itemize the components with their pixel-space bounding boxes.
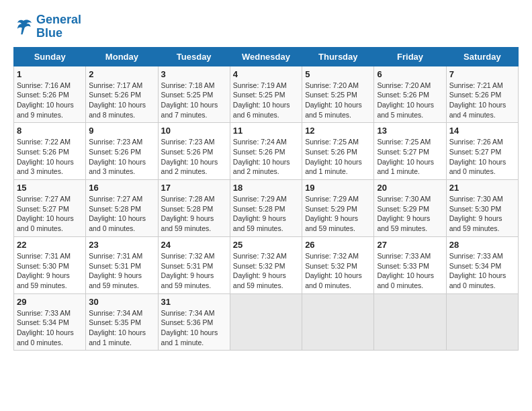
calendar-cell: 25 Sunrise: 7:32 AM Sunset: 5:32 PM Dayl… bbox=[230, 236, 302, 293]
day-info: Sunrise: 7:30 AM Sunset: 5:29 PM Dayligh… bbox=[377, 194, 443, 234]
calendar-week-1: 1 Sunrise: 7:16 AM Sunset: 5:26 PM Dayli… bbox=[14, 66, 519, 123]
calendar-cell bbox=[302, 293, 374, 351]
day-number: 27 bbox=[377, 240, 443, 250]
day-info: Sunrise: 7:31 AM Sunset: 5:31 PM Dayligh… bbox=[89, 251, 154, 291]
day-info: Sunrise: 7:16 AM Sunset: 5:26 PM Dayligh… bbox=[17, 81, 83, 120]
day-info: Sunrise: 7:33 AM Sunset: 5:34 PM Dayligh… bbox=[17, 308, 83, 348]
day-info: Sunrise: 7:29 AM Sunset: 5:29 PM Dayligh… bbox=[305, 194, 371, 234]
calendar-week-3: 15 Sunrise: 7:27 AM Sunset: 5:27 PM Dayl… bbox=[14, 180, 519, 237]
calendar-cell: 28 Sunrise: 7:33 AM Sunset: 5:34 PM Dayl… bbox=[446, 236, 518, 293]
day-info: Sunrise: 7:25 AM Sunset: 5:27 PM Dayligh… bbox=[377, 137, 443, 177]
day-number: 24 bbox=[161, 240, 227, 250]
day-number: 31 bbox=[161, 297, 227, 307]
calendar-cell: 3 Sunrise: 7:18 AM Sunset: 5:25 PM Dayli… bbox=[158, 66, 230, 123]
day-number: 21 bbox=[449, 183, 515, 193]
calendar-week-4: 22 Sunrise: 7:31 AM Sunset: 5:30 PM Dayl… bbox=[14, 236, 519, 293]
day-number: 25 bbox=[233, 240, 299, 250]
day-number: 19 bbox=[305, 183, 371, 193]
day-info: Sunrise: 7:30 AM Sunset: 5:30 PM Dayligh… bbox=[449, 194, 515, 234]
calendar-body: 1 Sunrise: 7:16 AM Sunset: 5:26 PM Dayli… bbox=[14, 66, 519, 351]
day-number: 30 bbox=[89, 297, 154, 307]
day-number: 28 bbox=[449, 240, 515, 250]
day-info: Sunrise: 7:29 AM Sunset: 5:28 PM Dayligh… bbox=[233, 194, 299, 234]
calendar-cell: 16 Sunrise: 7:27 AM Sunset: 5:28 PM Dayl… bbox=[86, 180, 158, 237]
day-info: Sunrise: 7:18 AM Sunset: 5:25 PM Dayligh… bbox=[161, 81, 227, 120]
day-info: Sunrise: 7:34 AM Sunset: 5:35 PM Dayligh… bbox=[89, 308, 154, 348]
day-number: 15 bbox=[17, 183, 83, 193]
day-number: 23 bbox=[89, 240, 154, 250]
day-number: 22 bbox=[17, 240, 83, 250]
calendar-week-2: 8 Sunrise: 7:22 AM Sunset: 5:26 PM Dayli… bbox=[14, 123, 519, 180]
day-info: Sunrise: 7:17 AM Sunset: 5:26 PM Dayligh… bbox=[89, 81, 154, 120]
day-info: Sunrise: 7:33 AM Sunset: 5:34 PM Dayligh… bbox=[449, 251, 515, 291]
calendar-cell: 10 Sunrise: 7:23 AM Sunset: 5:26 PM Dayl… bbox=[158, 123, 230, 180]
calendar-cell: 9 Sunrise: 7:23 AM Sunset: 5:26 PM Dayli… bbox=[86, 123, 158, 180]
calendar-cell: 21 Sunrise: 7:30 AM Sunset: 5:30 PM Dayl… bbox=[446, 180, 518, 237]
calendar-cell: 27 Sunrise: 7:33 AM Sunset: 5:33 PM Dayl… bbox=[374, 236, 446, 293]
logo: General Blue bbox=[13, 13, 81, 40]
day-info: Sunrise: 7:33 AM Sunset: 5:33 PM Dayligh… bbox=[377, 251, 443, 291]
day-info: Sunrise: 7:25 AM Sunset: 5:26 PM Dayligh… bbox=[305, 137, 371, 177]
day-number: 12 bbox=[305, 126, 371, 136]
weekday-header-row: SundayMondayTuesdayWednesdayThursdayFrid… bbox=[14, 47, 519, 66]
day-number: 10 bbox=[161, 126, 227, 136]
calendar-cell: 24 Sunrise: 7:32 AM Sunset: 5:31 PM Dayl… bbox=[158, 236, 230, 293]
page-header: General Blue bbox=[13, 13, 519, 40]
day-number: 26 bbox=[305, 240, 371, 250]
weekday-header-tuesday: Tuesday bbox=[158, 47, 230, 66]
day-number: 6 bbox=[377, 69, 443, 79]
calendar-cell: 17 Sunrise: 7:28 AM Sunset: 5:28 PM Dayl… bbox=[158, 180, 230, 237]
day-number: 14 bbox=[449, 126, 515, 136]
calendar-cell: 31 Sunrise: 7:34 AM Sunset: 5:36 PM Dayl… bbox=[158, 293, 230, 351]
weekday-header-sunday: Sunday bbox=[14, 47, 86, 66]
day-info: Sunrise: 7:27 AM Sunset: 5:27 PM Dayligh… bbox=[17, 194, 83, 234]
calendar-cell: 29 Sunrise: 7:33 AM Sunset: 5:34 PM Dayl… bbox=[14, 293, 86, 351]
calendar-cell: 15 Sunrise: 7:27 AM Sunset: 5:27 PM Dayl… bbox=[14, 180, 86, 237]
calendar-cell: 14 Sunrise: 7:26 AM Sunset: 5:27 PM Dayl… bbox=[446, 123, 518, 180]
calendar-cell: 4 Sunrise: 7:19 AM Sunset: 5:25 PM Dayli… bbox=[230, 66, 302, 123]
calendar-cell: 11 Sunrise: 7:24 AM Sunset: 5:26 PM Dayl… bbox=[230, 123, 302, 180]
day-number: 5 bbox=[305, 69, 371, 79]
calendar-cell: 6 Sunrise: 7:20 AM Sunset: 5:26 PM Dayli… bbox=[374, 66, 446, 123]
calendar-cell bbox=[374, 293, 446, 351]
calendar-cell bbox=[446, 293, 518, 351]
weekday-header-wednesday: Wednesday bbox=[230, 47, 302, 66]
day-number: 16 bbox=[89, 183, 154, 193]
calendar-cell: 20 Sunrise: 7:30 AM Sunset: 5:29 PM Dayl… bbox=[374, 180, 446, 237]
day-number: 3 bbox=[161, 69, 227, 79]
day-number: 8 bbox=[17, 126, 83, 136]
day-info: Sunrise: 7:32 AM Sunset: 5:31 PM Dayligh… bbox=[161, 251, 227, 291]
day-info: Sunrise: 7:20 AM Sunset: 5:25 PM Dayligh… bbox=[305, 81, 371, 120]
day-info: Sunrise: 7:32 AM Sunset: 5:32 PM Dayligh… bbox=[233, 251, 299, 291]
day-number: 29 bbox=[17, 297, 83, 307]
day-number: 9 bbox=[89, 126, 154, 136]
day-number: 2 bbox=[89, 69, 154, 79]
day-info: Sunrise: 7:32 AM Sunset: 5:32 PM Dayligh… bbox=[305, 251, 371, 291]
calendar-cell: 22 Sunrise: 7:31 AM Sunset: 5:30 PM Dayl… bbox=[14, 236, 86, 293]
calendar-cell: 12 Sunrise: 7:25 AM Sunset: 5:26 PM Dayl… bbox=[302, 123, 374, 180]
day-info: Sunrise: 7:26 AM Sunset: 5:27 PM Dayligh… bbox=[449, 137, 515, 177]
calendar-cell: 13 Sunrise: 7:25 AM Sunset: 5:27 PM Dayl… bbox=[374, 123, 446, 180]
calendar-week-5: 29 Sunrise: 7:33 AM Sunset: 5:34 PM Dayl… bbox=[14, 293, 519, 351]
calendar-cell bbox=[230, 293, 302, 351]
day-info: Sunrise: 7:22 AM Sunset: 5:26 PM Dayligh… bbox=[17, 137, 83, 177]
day-info: Sunrise: 7:19 AM Sunset: 5:25 PM Dayligh… bbox=[233, 81, 299, 120]
calendar-cell: 2 Sunrise: 7:17 AM Sunset: 5:26 PM Dayli… bbox=[86, 66, 158, 123]
calendar-cell: 23 Sunrise: 7:31 AM Sunset: 5:31 PM Dayl… bbox=[86, 236, 158, 293]
calendar-cell: 30 Sunrise: 7:34 AM Sunset: 5:35 PM Dayl… bbox=[86, 293, 158, 351]
day-info: Sunrise: 7:20 AM Sunset: 5:26 PM Dayligh… bbox=[377, 81, 443, 120]
day-info: Sunrise: 7:24 AM Sunset: 5:26 PM Dayligh… bbox=[233, 137, 299, 177]
day-info: Sunrise: 7:23 AM Sunset: 5:26 PM Dayligh… bbox=[161, 137, 227, 177]
calendar-cell: 1 Sunrise: 7:16 AM Sunset: 5:26 PM Dayli… bbox=[14, 66, 86, 123]
day-number: 13 bbox=[377, 126, 443, 136]
calendar-cell: 19 Sunrise: 7:29 AM Sunset: 5:29 PM Dayl… bbox=[302, 180, 374, 237]
day-number: 18 bbox=[233, 183, 299, 193]
day-info: Sunrise: 7:28 AM Sunset: 5:28 PM Dayligh… bbox=[161, 194, 227, 234]
weekday-header-monday: Monday bbox=[86, 47, 158, 66]
day-info: Sunrise: 7:23 AM Sunset: 5:26 PM Dayligh… bbox=[89, 137, 154, 177]
calendar-cell: 26 Sunrise: 7:32 AM Sunset: 5:32 PM Dayl… bbox=[302, 236, 374, 293]
day-info: Sunrise: 7:21 AM Sunset: 5:26 PM Dayligh… bbox=[449, 81, 515, 120]
calendar-cell: 7 Sunrise: 7:21 AM Sunset: 5:26 PM Dayli… bbox=[446, 66, 518, 123]
day-number: 17 bbox=[161, 183, 227, 193]
day-number: 11 bbox=[233, 126, 299, 136]
